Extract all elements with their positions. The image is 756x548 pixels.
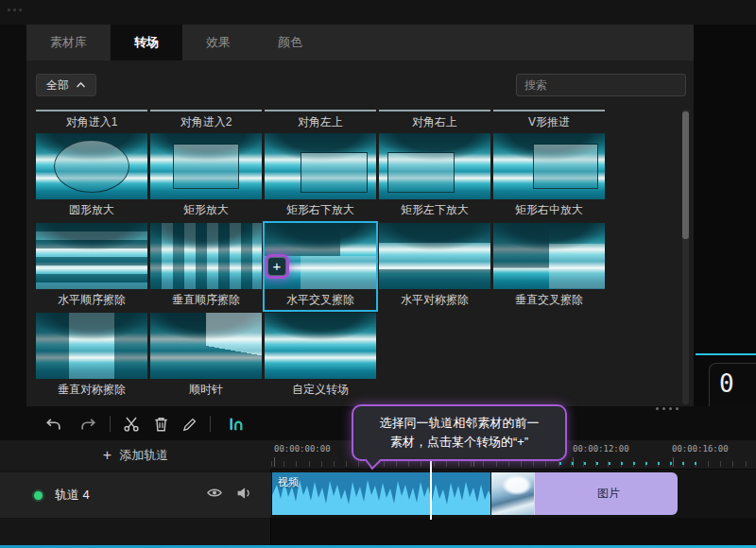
- add-track-button[interactable]: + 添加轨道: [0, 440, 271, 470]
- apply-transition-plus-button[interactable]: +: [267, 257, 286, 276]
- delete-button[interactable]: [153, 414, 174, 435]
- ruler-frame-markers: [559, 462, 703, 465]
- audio-note-tool-button[interactable]: [227, 414, 248, 435]
- transition-item[interactable]: 圆形放大: [36, 133, 147, 220]
- transition-label: 垂直对称擦除: [36, 379, 147, 400]
- speaker-icon: [236, 487, 251, 500]
- transition-item[interactable]: 矩形左下放大: [379, 133, 490, 220]
- search-icon[interactable]: [679, 78, 679, 92]
- preview-panel-fragment: 0: [694, 25, 756, 406]
- transition-thumbnail[interactable]: [150, 223, 262, 289]
- preview-timecode-fragment: 0: [709, 363, 756, 406]
- transition-item[interactable]: 垂直顺序擦除: [150, 223, 262, 310]
- transition-label: 矩形放大: [150, 199, 262, 220]
- track-name: 轨道 4: [55, 487, 90, 504]
- undo-button[interactable]: [45, 414, 66, 435]
- visibility-toggle[interactable]: [206, 487, 223, 499]
- transition-thumbnail[interactable]: [150, 313, 262, 379]
- transition-thumbnail[interactable]: [265, 133, 376, 199]
- tab-material-library[interactable]: 素材库: [26, 25, 111, 60]
- transition-item[interactable]: 顺时针: [150, 313, 262, 400]
- transition-item[interactable]: 矩形放大: [150, 133, 262, 220]
- transition-thumbnail[interactable]: [150, 133, 262, 199]
- transition-item[interactable]: V形推进: [493, 110, 605, 130]
- grid-scrollbar-thumb[interactable]: [682, 111, 689, 239]
- redo-icon: [79, 417, 96, 433]
- library-panel: 素材库 转场 效果 颜色 全部 对角进入1 对角进入2: [26, 25, 694, 406]
- track-header: 轨道 4: [0, 472, 271, 518]
- transition-label: 对角左上: [265, 111, 376, 132]
- transition-item[interactable]: 对角进入1: [36, 110, 147, 130]
- transition-thumbnail[interactable]: [493, 223, 605, 289]
- transition-label: 矩形右中放大: [493, 199, 605, 220]
- video-clip[interactable]: 视频: [272, 472, 490, 515]
- tutorial-tooltip: 选择同一轨道相邻素材的前一 素材，点击某个转场的“+”: [352, 404, 567, 461]
- image-clip[interactable]: 图片: [491, 472, 678, 515]
- transition-label: 顺时针: [150, 379, 262, 400]
- panel-collapse-handle[interactable]: [656, 407, 679, 410]
- transition-thumbnail[interactable]: [36, 133, 147, 199]
- transition-label: 矩形左下放大: [379, 199, 490, 220]
- category-filter-button[interactable]: 全部: [36, 74, 96, 96]
- transition-thumbnail[interactable]: [493, 133, 605, 199]
- transition-item[interactable]: 对角进入2: [150, 110, 262, 130]
- transition-thumbnail[interactable]: +: [265, 223, 376, 289]
- split-button[interactable]: [123, 414, 144, 435]
- add-track-label: 添加轨道: [119, 447, 168, 464]
- edit-button[interactable]: [181, 414, 202, 435]
- transition-item[interactable]: 矩形右下放大: [265, 133, 376, 220]
- transition-item[interactable]: 对角右上: [379, 110, 490, 130]
- transition-label: 水平交叉擦除: [265, 289, 376, 310]
- transition-label: 自定义转场: [265, 379, 376, 400]
- transition-item[interactable]: 水平对称擦除: [379, 223, 490, 310]
- search-box: [516, 74, 686, 96]
- tab-transitions[interactable]: 转场: [111, 25, 182, 60]
- transition-item[interactable]: 垂直对称擦除: [36, 313, 147, 400]
- clip-label: 图片: [597, 486, 620, 502]
- tooltip-line1: 选择同一轨道相邻素材的前一: [380, 414, 540, 433]
- toolbar-separator: [210, 416, 211, 432]
- image-clip-thumbnail: [491, 472, 535, 515]
- undo-icon: [45, 417, 62, 433]
- transition-thumbnail[interactable]: [379, 223, 490, 289]
- transition-item[interactable]: 矩形右中放大: [493, 133, 605, 220]
- timeline-left-column: + 添加轨道 轨道 4: [0, 440, 271, 545]
- transition-item-selected[interactable]: + 水平交叉擦除: [265, 223, 376, 310]
- titlebar: [0, 0, 756, 25]
- track-active-dot: [34, 491, 43, 500]
- scissors-icon: [123, 416, 140, 433]
- transition-label: 水平对称擦除: [379, 289, 490, 310]
- clip-label: 视频: [278, 475, 299, 489]
- ruler-timestamp: 00:00:16:00: [672, 444, 729, 454]
- transition-label: 矩形右下放大: [265, 199, 376, 220]
- tooltip-line2: 素材，点击某个转场的“+”: [390, 433, 528, 452]
- pencil-icon: [181, 417, 198, 433]
- library-tabs: 素材库 转场 效果 颜色: [26, 25, 694, 60]
- video-editor-window: 素材库 转场 效果 颜色 全部 对角进入1 对角进入2: [0, 0, 756, 548]
- transition-item[interactable]: 自定义转场: [265, 313, 376, 400]
- transition-label: 垂直顺序擦除: [150, 289, 262, 310]
- redo-button[interactable]: [79, 414, 100, 435]
- preview-progress-line: [696, 353, 756, 355]
- transition-item[interactable]: 水平顺序擦除: [36, 223, 147, 310]
- search-input[interactable]: [517, 78, 679, 92]
- transition-label: V形推进: [493, 111, 605, 132]
- mute-toggle[interactable]: [236, 487, 251, 500]
- grid-scrollbar[interactable]: [682, 110, 689, 404]
- note-tool-icon: [227, 416, 244, 433]
- transition-thumbnail[interactable]: [36, 313, 147, 379]
- transition-item[interactable]: 垂直交叉擦除: [493, 223, 605, 310]
- transition-thumbnail[interactable]: [265, 313, 376, 379]
- eye-icon: [206, 487, 223, 499]
- preview-timecode-text: 0: [719, 369, 756, 398]
- transition-item[interactable]: 对角左上: [265, 110, 376, 130]
- transition-label: 圆形放大: [36, 199, 147, 220]
- playhead[interactable]: [430, 460, 432, 520]
- transition-label: 对角进入2: [150, 111, 262, 132]
- ruler-timestamp: 00:00:00:00: [274, 444, 331, 454]
- tab-colors[interactable]: 颜色: [254, 25, 326, 60]
- transition-thumbnail[interactable]: [36, 223, 147, 289]
- tab-effects[interactable]: 效果: [182, 25, 254, 60]
- transition-label: 对角右上: [379, 111, 490, 132]
- transition-thumbnail[interactable]: [379, 133, 490, 199]
